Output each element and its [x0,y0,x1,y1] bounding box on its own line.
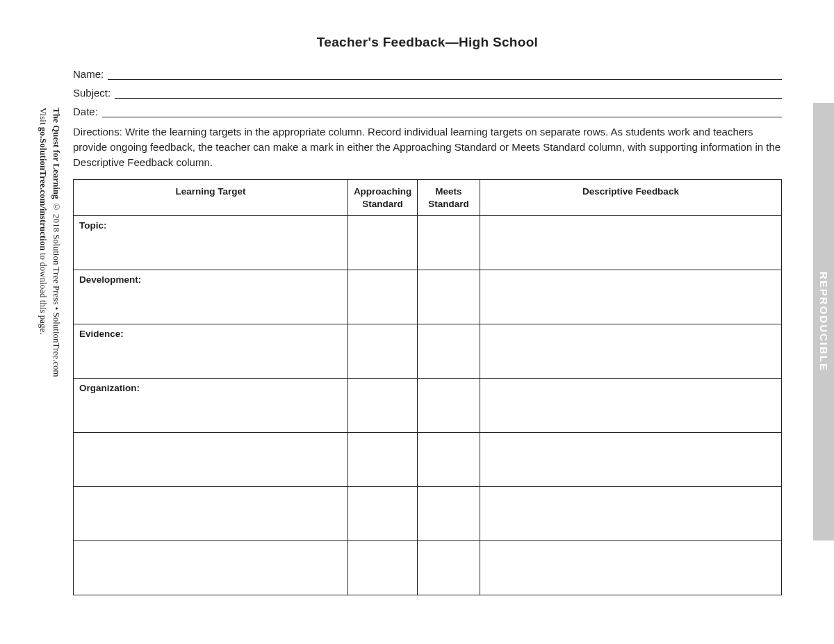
cell-meets[interactable] [418,216,480,270]
date-label: Date: [73,106,98,117]
cell-target[interactable] [74,487,348,541]
table-row: Development: [74,270,782,324]
cell-target[interactable]: Evidence: [74,324,348,379]
name-input-line[interactable] [108,70,782,80]
credit-line-1: The Quest for Learning © 2018 Solution T… [49,108,63,538]
cell-meets[interactable] [418,270,480,324]
side-tab-label: REPRODUCIBLE [818,272,830,372]
cell-target[interactable]: Organization: [74,379,348,433]
cell-approaching[interactable] [348,270,418,324]
cell-descriptive[interactable] [480,433,782,487]
credit-visit-post: to download this page. [38,251,49,335]
cell-approaching[interactable] [348,324,418,379]
header-approaching: Approaching Standard [348,180,418,216]
table-header-row: Learning Target Approaching Standard Mee… [74,180,782,216]
cell-descriptive[interactable] [480,487,782,541]
table-row: Evidence: [74,324,782,379]
date-input-line[interactable] [102,108,782,117]
directions-text: Directions: Write the learning targets i… [73,124,782,170]
cell-descriptive[interactable] [480,216,782,270]
table-row [74,487,782,541]
subject-label: Subject: [73,87,111,99]
feedback-table: Learning Target Approaching Standard Mee… [73,179,782,595]
header-descriptive: Descriptive Feedback [480,180,782,216]
cell-meets[interactable] [418,487,480,541]
cell-approaching[interactable] [348,216,418,270]
cell-meets[interactable] [418,433,480,487]
credit-publisher: © 2018 Solution Tree Press • SolutionTre… [51,199,62,377]
subject-input-line[interactable] [115,89,782,99]
cell-descriptive[interactable] [480,270,782,324]
date-row: Date: [73,106,782,117]
cell-meets[interactable] [418,541,480,595]
cell-target[interactable]: Development: [74,270,348,324]
side-tab: REPRODUCIBLE [813,103,834,540]
cell-approaching[interactable] [348,433,418,487]
credit-line-2: Visit go.SolutionTree.com/instruction to… [36,108,49,538]
page-content: Teacher's Feedback—High School Name: Sub… [73,35,782,595]
cell-descriptive[interactable] [480,379,782,433]
header-meets: Meets Standard [418,180,480,216]
table-row [74,541,782,595]
cell-target[interactable] [74,433,348,487]
header-learning-target: Learning Target [74,180,348,216]
credit-visit-pre: Visit [38,108,49,127]
cell-descriptive[interactable] [480,324,782,379]
name-row: Name: [73,68,782,80]
cell-meets[interactable] [418,324,480,379]
table-row: Organization: [74,379,782,433]
name-label: Name: [73,68,104,80]
cell-approaching[interactable] [348,541,418,595]
credit-block: The Quest for Learning © 2018 Solution T… [35,108,63,538]
subject-row: Subject: [73,87,782,99]
cell-target[interactable]: Topic: [74,216,348,270]
page-title: Teacher's Feedback—High School [73,35,782,50]
cell-descriptive[interactable] [480,541,782,595]
table-row [74,433,782,487]
cell-approaching[interactable] [348,487,418,541]
credit-url: go.SolutionTree.com/instruction [38,127,49,251]
cell-target[interactable] [74,541,348,595]
credit-book-title: The Quest for Learning [51,108,62,199]
table-row: Topic: [74,216,782,270]
cell-approaching[interactable] [348,379,418,433]
cell-meets[interactable] [418,379,480,433]
